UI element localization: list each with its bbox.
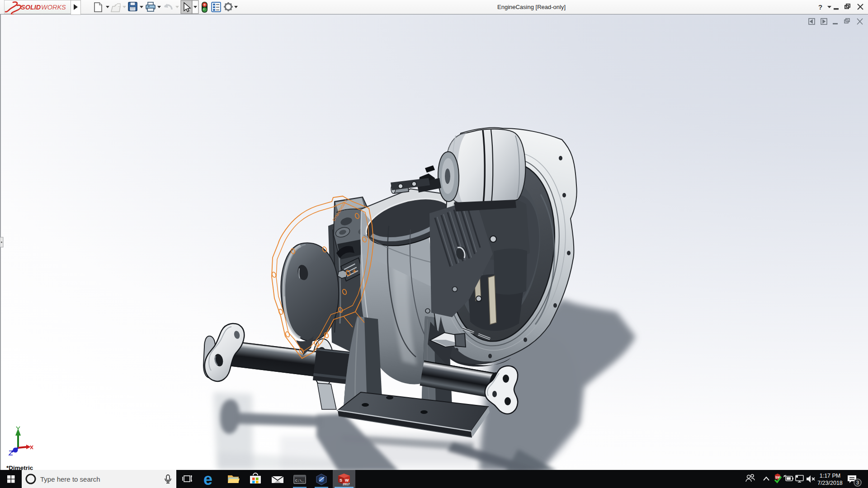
svg-text:e: e bbox=[203, 470, 212, 488]
svg-text:SOLID: SOLID bbox=[21, 4, 41, 11]
svg-text:C:\_: C:\_ bbox=[295, 479, 304, 483]
svg-text:3: 3 bbox=[856, 480, 859, 485]
svg-text:7/23/2018: 7/23/2018 bbox=[817, 480, 843, 486]
svg-text:*Dimetric: *Dimetric bbox=[6, 465, 33, 470]
svg-text:S: S bbox=[340, 478, 342, 483]
svg-text:2017: 2017 bbox=[343, 483, 350, 486]
svg-text:W: W bbox=[345, 478, 349, 483]
svg-text:Type here to search: Type here to search bbox=[40, 475, 100, 483]
svg-text:WORKS: WORKS bbox=[41, 4, 66, 11]
svg-text:?: ? bbox=[818, 3, 822, 11]
svg-text:1:17 PM: 1:17 PM bbox=[820, 473, 841, 479]
